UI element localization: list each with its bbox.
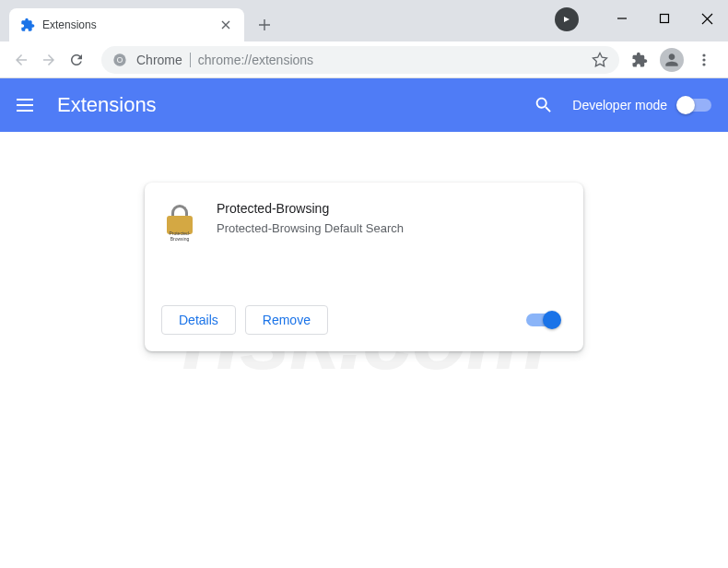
- extensions-content: Protected-Browsing Protected-Browsing Pr…: [0, 132, 728, 402]
- back-button[interactable]: [7, 46, 35, 74]
- tab-title: Extensions: [42, 18, 218, 31]
- reload-button[interactable]: [63, 46, 90, 74]
- svg-point-6: [702, 63, 705, 65]
- new-tab-button[interactable]: [252, 12, 277, 38]
- extension-enable-toggle[interactable]: [526, 314, 559, 326]
- extension-name: Protected-Browsing: [217, 201, 567, 216]
- forward-button[interactable]: [35, 46, 63, 74]
- omnibox-url: chrome://extensions: [198, 53, 592, 67]
- browser-tab[interactable]: Extensions: [9, 8, 244, 41]
- extension-description: Protected-Browsing Default Search: [217, 221, 567, 235]
- svg-point-3: [118, 57, 122, 61]
- profile-avatar[interactable]: [660, 48, 684, 72]
- hamburger-icon[interactable]: [17, 94, 39, 116]
- page-title: Extensions: [57, 93, 534, 117]
- developer-mode-toggle[interactable]: [678, 99, 711, 112]
- window-controls: [555, 0, 728, 37]
- chrome-icon: [112, 53, 127, 67]
- media-control-icon[interactable]: [555, 7, 579, 31]
- maximize-button[interactable]: [643, 0, 686, 37]
- menu-icon[interactable]: [691, 47, 717, 73]
- extensions-icon[interactable]: [627, 47, 652, 73]
- close-icon[interactable]: [218, 18, 233, 32]
- developer-mode-label: Developer mode: [572, 98, 667, 112]
- minimize-button[interactable]: [601, 0, 643, 37]
- bookmark-star-icon[interactable]: [592, 52, 608, 68]
- extension-card: Protected-Browsing Protected-Browsing Pr…: [145, 183, 583, 351]
- svg-rect-0: [661, 15, 669, 23]
- svg-point-4: [702, 53, 705, 56]
- details-button[interactable]: Details: [161, 305, 236, 335]
- remove-button[interactable]: Remove: [245, 305, 328, 335]
- puzzle-icon: [20, 18, 35, 32]
- extension-icon: Protected-Browsing: [161, 203, 198, 240]
- browser-toolbar: Chrome chrome://extensions: [0, 41, 728, 78]
- omnibox-label: Chrome: [136, 53, 182, 67]
- window-titlebar: Extensions: [0, 0, 728, 41]
- svg-point-5: [702, 58, 705, 61]
- extensions-header: Extensions Developer mode: [0, 78, 728, 132]
- omnibox-divider: [190, 53, 191, 67]
- search-icon[interactable]: [534, 95, 554, 115]
- address-bar[interactable]: Chrome chrome://extensions: [101, 46, 619, 74]
- close-window-button[interactable]: [686, 0, 728, 37]
